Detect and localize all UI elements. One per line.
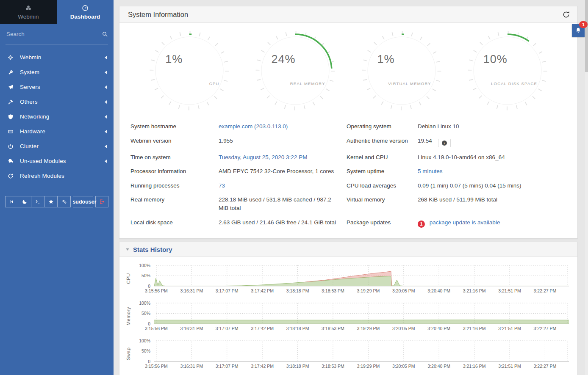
caret-down-icon (126, 248, 129, 251)
x-axis-tick: 3:15:56 PM (145, 364, 168, 369)
caret-left-icon (105, 85, 107, 89)
gauges-row: 1% CPU 24% REAL MEMORY 1% VIRT (119, 23, 577, 114)
notifications-button[interactable]: 1 (572, 24, 585, 37)
gauge-value: 1% (377, 53, 395, 66)
gauge-dial (149, 30, 230, 111)
refresh-icon (8, 173, 15, 179)
sidebar-item-system[interactable]: System (0, 65, 114, 80)
x-axis-tick: 3:22:27 PM (534, 326, 557, 331)
swap-chart-plot (154, 338, 569, 362)
logout-button[interactable] (95, 196, 108, 207)
x-axis-tick: 3:20:40 PM (427, 364, 450, 369)
puzzle-icon (8, 158, 15, 164)
x-axis-tick: 3:20:40 PM (427, 288, 450, 293)
y-tick-label: 50% (141, 273, 150, 278)
x-axis-tick: 3:15:56 PM (145, 288, 168, 293)
sidebar-item-networking[interactable]: Networking (0, 109, 114, 124)
cpu-y-axis: 100% 50% 0 (135, 262, 154, 287)
x-axis-tick: 3:18:18 PM (286, 288, 309, 293)
search-icon[interactable] (102, 31, 108, 37)
gears-icon (61, 199, 67, 204)
info-value: 268 KiB used / 511.99 MiB total (418, 193, 571, 215)
sidebar-item-others[interactable]: Others (0, 94, 114, 109)
tab-dashboard-label: Dashboard (70, 14, 100, 20)
shield-icon (8, 114, 15, 120)
tab-webmin[interactable]: Webmin (0, 0, 57, 24)
wrench-icon (8, 69, 15, 75)
sidebar-item-servers[interactable]: Servers (0, 80, 114, 94)
gauge-value: 10% (483, 53, 508, 66)
stats-history-title: Stats History (133, 246, 172, 253)
info-label: CPU load averages (347, 179, 418, 193)
memory-axis-title: Memory (122, 300, 135, 332)
sidebar-tabs: Webmin Dashboard (0, 0, 114, 24)
info-value: 19.54 (418, 138, 432, 144)
search-input[interactable] (6, 30, 102, 38)
toolbar-button-group (5, 196, 71, 207)
info-value: Linux 4.19.0-10-amd64 on x86_64 (418, 150, 571, 165)
tab-webmin-label: Webmin (18, 14, 39, 20)
theme-info-button[interactable] (438, 139, 451, 147)
night-mode-button[interactable] (18, 196, 31, 207)
collapse-sidebar-button[interactable] (5, 196, 18, 207)
scrollbar-thumb[interactable] (585, 0, 588, 72)
info-value: 228.18 MiB used / 531.8 MiB cached / 987… (219, 193, 347, 215)
caret-left-icon (105, 130, 107, 133)
y-tick-label: 50% (141, 348, 150, 353)
memory-y-axis: 100% 50% 0 (135, 300, 154, 325)
x-axis-tick: 3:15:56 PM (145, 326, 168, 331)
stats-history-header[interactable]: Stats History (119, 242, 577, 257)
gauge-label: REAL MEMORY (290, 81, 325, 86)
terminal-button[interactable] (31, 196, 44, 207)
theme-settings-button[interactable] (58, 196, 71, 207)
running-processes-link[interactable]: 73 (219, 179, 347, 193)
x-axis-tick: 3:17:42 PM (251, 288, 274, 293)
caret-left-icon (105, 56, 107, 59)
sidebar-item-label: Un-used Modules (20, 158, 105, 164)
hostname-link[interactable]: example.com (203.0.113.0) (219, 119, 347, 134)
caret-left-icon (105, 71, 107, 74)
stats-history-panel: Stats History CPU 100% 50% 0 3:15:56 PM3… (119, 242, 578, 375)
sidebar-search (6, 24, 108, 44)
info-label: Processor information (130, 164, 219, 179)
package-updates-link[interactable]: package update is available (430, 219, 500, 226)
info-label: Virtual memory (347, 193, 418, 215)
collapse-icon (9, 199, 14, 204)
info-value: 2.63 GiB used / 21.46 GiB free / 24.1 Gi… (219, 215, 347, 231)
sidebar-item-label: Hardware (20, 128, 105, 135)
sidebar-item-label: System (20, 69, 105, 75)
favorites-button[interactable] (44, 196, 58, 207)
scrollbar-track[interactable] (585, 0, 588, 375)
x-axis-tick: 3:21:16 PM (463, 288, 486, 293)
sidebar-item-hardware[interactable]: Hardware (0, 124, 114, 139)
uptime-link[interactable]: 5 minutes (418, 164, 571, 179)
sidebar-item-unused-modules[interactable]: Un-used Modules (0, 154, 114, 168)
x-axis-tick: 3:17:42 PM (251, 364, 274, 369)
x-axis-tick: 3:21:51 PM (498, 326, 521, 331)
user-button[interactable]: sudouser (73, 196, 93, 207)
terminal-icon (35, 199, 41, 204)
sidebar-item-cluster[interactable]: Cluster (0, 139, 114, 154)
x-axis-tick: 3:21:16 PM (463, 364, 486, 369)
tab-dashboard[interactable]: Dashboard (57, 0, 114, 24)
gauge-local-disk-space: 10% LOCAL DISK SPACE (467, 30, 548, 111)
refresh-page-button[interactable] (562, 10, 571, 19)
gauge-virtual-memory: 1% VIRTUAL MEMORY (361, 30, 442, 111)
x-axis-tick: 3:21:16 PM (463, 326, 486, 331)
x-axis-tick: 3:17:42 PM (251, 326, 274, 331)
x-axis-tick: 3:19:29 PM (357, 364, 380, 369)
package-updates-badge: 1 (418, 221, 425, 228)
x-axis-tick: 3:21:51 PM (498, 288, 521, 293)
gauge-dial (467, 30, 548, 111)
sidebar-item-refresh-modules[interactable]: Refresh Modules (0, 168, 114, 183)
x-axis-tick: 3:22:27 PM (534, 288, 557, 293)
cpu-chart-row: CPU 100% 50% 0 3:15:56 PM3:16:31 PM3:17:… (122, 262, 569, 295)
x-axis-tick: 3:19:29 PM (357, 288, 380, 293)
system-time-link[interactable]: Tuesday, August 25, 2020 3:22 PM (219, 150, 347, 165)
sidebar-item-webmin[interactable]: Webmin (0, 50, 114, 65)
x-axis-tick: 3:16:31 PM (180, 326, 203, 331)
sidebar-item-label: Networking (20, 113, 105, 120)
dashboard-icon (82, 5, 89, 11)
page-title: System Information (128, 11, 562, 19)
sidebar: Webmin Dashboard Webmin System (0, 0, 114, 375)
